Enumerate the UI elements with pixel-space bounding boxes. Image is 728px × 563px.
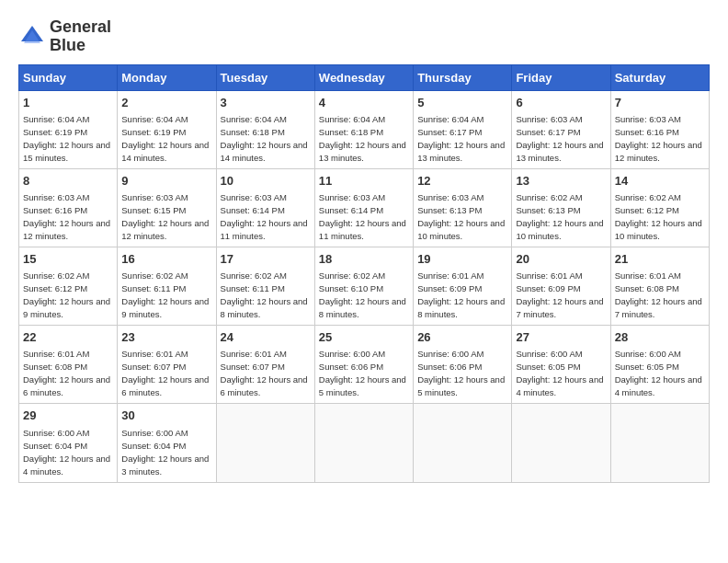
day-info: Sunrise: 6:00 AM Sunset: 6:04 PM Dayligh…	[121, 428, 209, 477]
day-number: 17	[221, 251, 311, 268]
day-info: Sunrise: 6:04 AM Sunset: 6:18 PM Dayligh…	[221, 114, 308, 163]
day-number: 4	[319, 95, 409, 111]
day-info: Sunrise: 6:03 AM Sunset: 6:13 PM Dayligh…	[417, 192, 505, 241]
calendar-day-cell: 10 Sunrise: 6:03 AM Sunset: 6:14 PM Dayl…	[216, 168, 314, 247]
calendar-day-cell: 8 Sunrise: 6:03 AM Sunset: 6:16 PM Dayli…	[19, 168, 118, 247]
calendar-day-cell: 16 Sunrise: 6:02 AM Sunset: 6:11 PM Dayl…	[118, 247, 216, 325]
day-number: 2	[121, 95, 211, 111]
day-number: 22	[23, 329, 113, 346]
day-number: 3	[221, 95, 311, 111]
day-info: Sunrise: 6:01 AM Sunset: 6:08 PM Dayligh…	[23, 349, 110, 397]
day-number: 8	[23, 173, 113, 190]
day-info: Sunrise: 6:03 AM Sunset: 6:16 PM Dayligh…	[615, 114, 702, 163]
day-number: 10	[221, 173, 311, 190]
calendar-day-cell: 27 Sunrise: 6:00 AM Sunset: 6:05 PM Dayl…	[512, 326, 610, 404]
day-number: 19	[417, 251, 507, 268]
day-info: Sunrise: 6:01 AM Sunset: 6:08 PM Dayligh…	[615, 270, 702, 319]
day-number: 30	[121, 408, 211, 424]
weekday-header: Sunday	[19, 64, 118, 90]
calendar-day-cell: 25 Sunrise: 6:00 AM Sunset: 6:06 PM Dayl…	[314, 326, 413, 404]
day-info: Sunrise: 6:00 AM Sunset: 6:06 PM Dayligh…	[319, 349, 406, 397]
day-info: Sunrise: 6:01 AM Sunset: 6:09 PM Dayligh…	[516, 270, 603, 319]
calendar-day-cell: 12 Sunrise: 6:03 AM Sunset: 6:13 PM Dayl…	[414, 168, 512, 247]
day-info: Sunrise: 6:02 AM Sunset: 6:12 PM Dayligh…	[23, 270, 110, 319]
weekday-header: Tuesday	[216, 64, 314, 90]
logo-icon	[18, 23, 46, 51]
day-info: Sunrise: 6:00 AM Sunset: 6:06 PM Dayligh…	[417, 349, 505, 397]
day-info: Sunrise: 6:02 AM Sunset: 6:13 PM Dayligh…	[516, 192, 603, 241]
day-number: 29	[23, 408, 113, 424]
calendar-day-cell: 5 Sunrise: 6:04 AM Sunset: 6:17 PM Dayli…	[414, 90, 512, 168]
day-number: 21	[615, 251, 705, 268]
calendar-day-cell: 6 Sunrise: 6:03 AM Sunset: 6:17 PM Dayli…	[512, 90, 610, 168]
calendar-day-cell: 2 Sunrise: 6:04 AM Sunset: 6:19 PM Dayli…	[118, 90, 216, 168]
day-number: 11	[319, 173, 409, 190]
calendar-day-cell: 22 Sunrise: 6:01 AM Sunset: 6:08 PM Dayl…	[19, 326, 118, 404]
calendar-day-cell: 11 Sunrise: 6:03 AM Sunset: 6:14 PM Dayl…	[314, 168, 413, 247]
calendar-day-cell: 21 Sunrise: 6:01 AM Sunset: 6:08 PM Dayl…	[610, 247, 709, 325]
calendar-day-cell: 30 Sunrise: 6:00 AM Sunset: 6:04 PM Dayl…	[118, 404, 216, 482]
logo: General Blue	[18, 18, 111, 55]
day-info: Sunrise: 6:02 AM Sunset: 6:11 PM Dayligh…	[121, 270, 209, 319]
calendar-day-cell: 23 Sunrise: 6:01 AM Sunset: 6:07 PM Dayl…	[118, 326, 216, 404]
day-info: Sunrise: 6:04 AM Sunset: 6:17 PM Dayligh…	[417, 114, 505, 163]
day-info: Sunrise: 6:04 AM Sunset: 6:19 PM Dayligh…	[121, 114, 209, 163]
day-number: 1	[23, 95, 113, 111]
day-info: Sunrise: 6:03 AM Sunset: 6:14 PM Dayligh…	[221, 192, 308, 241]
day-info: Sunrise: 6:01 AM Sunset: 6:07 PM Dayligh…	[221, 349, 308, 397]
calendar-day-cell: 19 Sunrise: 6:01 AM Sunset: 6:09 PM Dayl…	[414, 247, 512, 325]
calendar-day-cell: 17 Sunrise: 6:02 AM Sunset: 6:11 PM Dayl…	[216, 247, 314, 325]
calendar-day-cell: 24 Sunrise: 6:01 AM Sunset: 6:07 PM Dayl…	[216, 326, 314, 404]
calendar-day-cell: 15 Sunrise: 6:02 AM Sunset: 6:12 PM Dayl…	[19, 247, 118, 325]
day-number: 5	[417, 95, 507, 111]
day-number: 15	[23, 251, 113, 268]
day-number: 28	[615, 329, 705, 346]
day-number: 27	[516, 329, 606, 346]
calendar-day-cell	[610, 404, 709, 482]
logo-text: General Blue	[50, 18, 111, 55]
day-number: 18	[319, 251, 409, 268]
day-info: Sunrise: 6:02 AM Sunset: 6:11 PM Dayligh…	[221, 270, 308, 319]
day-number: 12	[417, 173, 507, 190]
calendar-day-cell: 18 Sunrise: 6:02 AM Sunset: 6:10 PM Dayl…	[314, 247, 413, 325]
day-info: Sunrise: 6:00 AM Sunset: 6:05 PM Dayligh…	[615, 349, 702, 397]
day-info: Sunrise: 6:03 AM Sunset: 6:17 PM Dayligh…	[516, 114, 603, 163]
day-info: Sunrise: 6:00 AM Sunset: 6:05 PM Dayligh…	[516, 349, 603, 397]
page-header: General Blue	[18, 18, 710, 55]
day-info: Sunrise: 6:04 AM Sunset: 6:19 PM Dayligh…	[23, 114, 110, 163]
day-info: Sunrise: 6:04 AM Sunset: 6:18 PM Dayligh…	[319, 114, 406, 163]
calendar-day-cell: 14 Sunrise: 6:02 AM Sunset: 6:12 PM Dayl…	[610, 168, 709, 247]
day-number: 24	[221, 329, 311, 346]
day-info: Sunrise: 6:02 AM Sunset: 6:12 PM Dayligh…	[615, 192, 702, 241]
day-info: Sunrise: 6:00 AM Sunset: 6:04 PM Dayligh…	[23, 428, 110, 477]
calendar-week-row: 22 Sunrise: 6:01 AM Sunset: 6:08 PM Dayl…	[19, 326, 710, 404]
weekday-header: Monday	[118, 64, 216, 90]
calendar-day-cell: 4 Sunrise: 6:04 AM Sunset: 6:18 PM Dayli…	[314, 90, 413, 168]
day-number: 9	[121, 173, 211, 190]
day-info: Sunrise: 6:03 AM Sunset: 6:14 PM Dayligh…	[319, 192, 406, 241]
calendar-header-row: SundayMondayTuesdayWednesdayThursdayFrid…	[19, 64, 710, 90]
calendar-day-cell: 13 Sunrise: 6:02 AM Sunset: 6:13 PM Dayl…	[512, 168, 610, 247]
day-info: Sunrise: 6:03 AM Sunset: 6:15 PM Dayligh…	[121, 192, 209, 241]
calendar-day-cell: 3 Sunrise: 6:04 AM Sunset: 6:18 PM Dayli…	[216, 90, 314, 168]
day-info: Sunrise: 6:01 AM Sunset: 6:07 PM Dayligh…	[121, 349, 209, 397]
day-number: 7	[615, 95, 705, 111]
calendar-week-row: 29 Sunrise: 6:00 AM Sunset: 6:04 PM Dayl…	[19, 404, 710, 482]
calendar-day-cell: 26 Sunrise: 6:00 AM Sunset: 6:06 PM Dayl…	[414, 326, 512, 404]
calendar-week-row: 8 Sunrise: 6:03 AM Sunset: 6:16 PM Dayli…	[19, 168, 710, 247]
day-number: 16	[121, 251, 211, 268]
calendar-day-cell: 9 Sunrise: 6:03 AM Sunset: 6:15 PM Dayli…	[118, 168, 216, 247]
day-info: Sunrise: 6:02 AM Sunset: 6:10 PM Dayligh…	[319, 270, 406, 319]
weekday-header: Saturday	[610, 64, 709, 90]
day-number: 14	[615, 173, 705, 190]
calendar-day-cell: 20 Sunrise: 6:01 AM Sunset: 6:09 PM Dayl…	[512, 247, 610, 325]
calendar-day-cell: 29 Sunrise: 6:00 AM Sunset: 6:04 PM Dayl…	[19, 404, 118, 482]
calendar-day-cell	[512, 404, 610, 482]
day-number: 23	[121, 329, 211, 346]
day-number: 13	[516, 173, 606, 190]
day-number: 20	[516, 251, 606, 268]
calendar-table: SundayMondayTuesdayWednesdayThursdayFrid…	[18, 64, 710, 483]
day-info: Sunrise: 6:03 AM Sunset: 6:16 PM Dayligh…	[23, 192, 110, 241]
day-number: 6	[516, 95, 606, 111]
calendar-day-cell: 7 Sunrise: 6:03 AM Sunset: 6:16 PM Dayli…	[610, 90, 709, 168]
